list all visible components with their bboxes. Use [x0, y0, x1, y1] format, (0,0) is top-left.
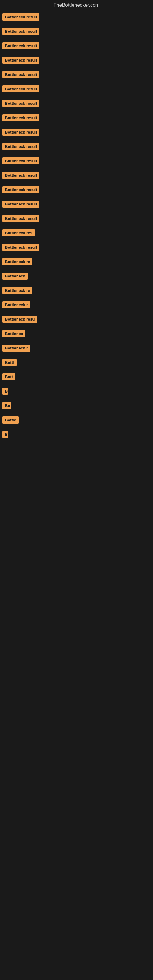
result-row: Bottleneck result	[0, 97, 153, 111]
result-row: B	[0, 428, 153, 442]
bottleneck-result-badge[interactable]: Bottleneck re	[2, 287, 32, 294]
bottleneck-result-badge[interactable]: Bottleneck result	[2, 42, 40, 49]
result-row: Bottleneck result	[0, 241, 153, 255]
bottleneck-result-badge[interactable]: Bottleneck result	[2, 200, 40, 208]
result-row: Bottleneck result	[0, 197, 153, 212]
site-title: TheBottlenecker.com	[0, 0, 153, 10]
result-row: Bottleneck r	[0, 298, 153, 313]
result-row: Bottleneck result	[0, 54, 153, 68]
result-row: Bottleneck r	[0, 342, 153, 356]
bottleneck-result-badge[interactable]: Bottleneck result	[2, 86, 40, 92]
bottleneck-result-badge[interactable]: Bottleneck result	[2, 172, 40, 179]
result-row: Bottleneck result	[0, 68, 153, 83]
result-row: Bottleneck result	[0, 140, 153, 154]
result-row: Bottleneck result	[0, 212, 153, 226]
bottleneck-result-badge[interactable]: Bottleneck result	[2, 143, 40, 150]
bottleneck-result-badge[interactable]: Bottleneck res	[2, 229, 35, 236]
bottleneck-result-badge[interactable]: Bottleneck result	[2, 244, 40, 251]
bottleneck-result-badge[interactable]: Bottleneck result	[2, 57, 40, 64]
result-row: Bo	[0, 399, 153, 414]
bottleneck-result-badge[interactable]: B	[2, 431, 8, 438]
bottleneck-result-badge[interactable]: Bottleneck result	[2, 28, 40, 35]
result-row: Bottleneck result	[0, 154, 153, 169]
bottleneck-result-badge[interactable]: Bottleneck result	[2, 129, 40, 136]
result-row: Bottleneck result	[0, 169, 153, 183]
bottleneck-result-badge[interactable]: Bottleneck result	[2, 215, 40, 222]
result-row: B	[0, 385, 153, 399]
bottleneck-result-badge[interactable]: Bottleneck	[2, 272, 27, 280]
result-row: Bottleneck result	[0, 25, 153, 39]
bottleneck-result-badge[interactable]: Bott	[2, 373, 15, 380]
bottleneck-result-badge[interactable]: Bottleneck r	[2, 301, 30, 309]
result-row: Bottleneck result	[0, 111, 153, 126]
result-row: Bottleneck result	[0, 39, 153, 54]
bottleneck-result-badge[interactable]: Bottleneck re	[2, 258, 32, 265]
result-row: Bottleneck result	[0, 126, 153, 140]
result-row: Bottle	[0, 414, 153, 428]
bottleneck-result-badge[interactable]: Bottle	[2, 417, 19, 423]
bottleneck-result-badge[interactable]: Bottleneck r	[2, 345, 30, 352]
result-row: Bottleneck result	[0, 83, 153, 97]
bottleneck-result-badge[interactable]: Bottlenec	[2, 330, 26, 337]
result-row: Bottleneck re	[0, 284, 153, 298]
result-row: Bottleneck re	[0, 255, 153, 269]
bottleneck-result-badge[interactable]: Bottleneck result	[2, 114, 40, 121]
result-row: Bottleneck result	[0, 10, 153, 25]
result-row: Bottleneck res	[0, 226, 153, 241]
bottleneck-result-badge[interactable]: B	[2, 388, 8, 395]
bottleneck-result-badge[interactable]: Bottl	[2, 359, 16, 366]
bottleneck-result-badge[interactable]: Bottleneck result	[2, 100, 40, 107]
result-row: Bottleneck resu	[0, 313, 153, 327]
bottleneck-result-badge[interactable]: Bottleneck result	[2, 186, 40, 193]
result-row: Bott	[0, 370, 153, 385]
result-row: Bottl	[0, 356, 153, 370]
bottleneck-result-badge[interactable]: Bottleneck resu	[2, 316, 37, 323]
bottleneck-result-badge[interactable]: Bottleneck result	[2, 71, 40, 78]
bottleneck-result-badge[interactable]: Bottleneck result	[2, 158, 40, 164]
result-row: Bottleneck result	[0, 183, 153, 197]
bottleneck-result-badge[interactable]: Bottleneck result	[2, 13, 40, 21]
result-row: Bottleneck	[0, 269, 153, 284]
result-row: Bottlenec	[0, 327, 153, 342]
bottleneck-result-badge[interactable]: Bo	[2, 402, 11, 409]
